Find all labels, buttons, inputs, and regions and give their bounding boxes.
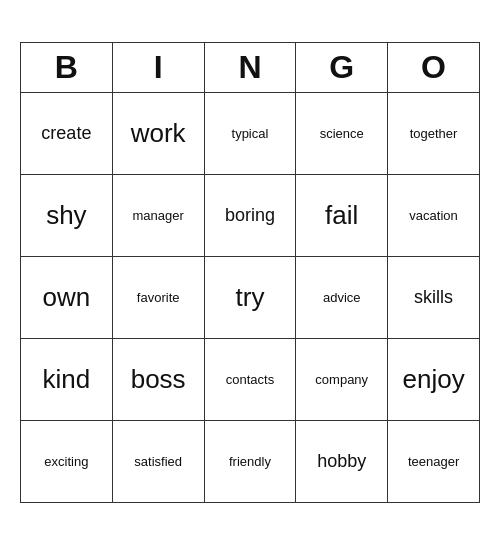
table-row: createworktypicalsciencetogether [21, 92, 480, 174]
bingo-cell: kind [21, 338, 113, 420]
cell-text: try [236, 282, 265, 312]
bingo-cell: fail [296, 174, 388, 256]
table-row: ownfavoritetryadviceskills [21, 256, 480, 338]
bingo-cell: together [388, 92, 480, 174]
header-b: B [21, 42, 113, 92]
table-row: shymanagerboringfailvacation [21, 174, 480, 256]
bingo-cell: favorite [112, 256, 204, 338]
header-g: G [296, 42, 388, 92]
cell-text: friendly [229, 454, 271, 469]
bingo-cell: work [112, 92, 204, 174]
bingo-cell: own [21, 256, 113, 338]
cell-text: typical [232, 126, 269, 141]
cell-text: together [410, 126, 458, 141]
bingo-cell: shy [21, 174, 113, 256]
bingo-cell: satisfied [112, 420, 204, 502]
header-o: O [388, 42, 480, 92]
bingo-cell: science [296, 92, 388, 174]
bingo-cell: skills [388, 256, 480, 338]
cell-text: satisfied [134, 454, 182, 469]
cell-text: own [43, 282, 91, 312]
cell-text: enjoy [402, 364, 464, 394]
bingo-cell: teenager [388, 420, 480, 502]
bingo-cell: company [296, 338, 388, 420]
bingo-cell: exciting [21, 420, 113, 502]
cell-text: fail [325, 200, 358, 230]
bingo-cell: vacation [388, 174, 480, 256]
bingo-header-row: B I N G O [21, 42, 480, 92]
bingo-cell: create [21, 92, 113, 174]
table-row: excitingsatisfiedfriendlyhobbyteenager [21, 420, 480, 502]
cell-text: skills [414, 287, 453, 307]
bingo-cell: try [204, 256, 296, 338]
bingo-card: B I N G O createworktypicalsciencetogeth… [20, 42, 480, 503]
bingo-cell: hobby [296, 420, 388, 502]
cell-text: create [41, 123, 91, 143]
cell-text: science [320, 126, 364, 141]
cell-text: contacts [226, 372, 274, 387]
cell-text: vacation [409, 208, 457, 223]
table-row: kindbosscontactscompanyenjoy [21, 338, 480, 420]
cell-text: favorite [137, 290, 180, 305]
cell-text: boring [225, 205, 275, 225]
cell-text: company [315, 372, 368, 387]
cell-text: work [131, 118, 186, 148]
cell-text: advice [323, 290, 361, 305]
cell-text: shy [46, 200, 86, 230]
cell-text: teenager [408, 454, 459, 469]
cell-text: kind [43, 364, 91, 394]
cell-text: boss [131, 364, 186, 394]
bingo-cell: advice [296, 256, 388, 338]
bingo-cell: typical [204, 92, 296, 174]
bingo-cell: enjoy [388, 338, 480, 420]
bingo-cell: boring [204, 174, 296, 256]
bingo-cell: manager [112, 174, 204, 256]
cell-text: exciting [44, 454, 88, 469]
header-i: I [112, 42, 204, 92]
cell-text: hobby [317, 451, 366, 471]
header-n: N [204, 42, 296, 92]
bingo-body: createworktypicalsciencetogethershymanag… [21, 92, 480, 502]
bingo-cell: contacts [204, 338, 296, 420]
bingo-cell: boss [112, 338, 204, 420]
cell-text: manager [133, 208, 184, 223]
bingo-cell: friendly [204, 420, 296, 502]
